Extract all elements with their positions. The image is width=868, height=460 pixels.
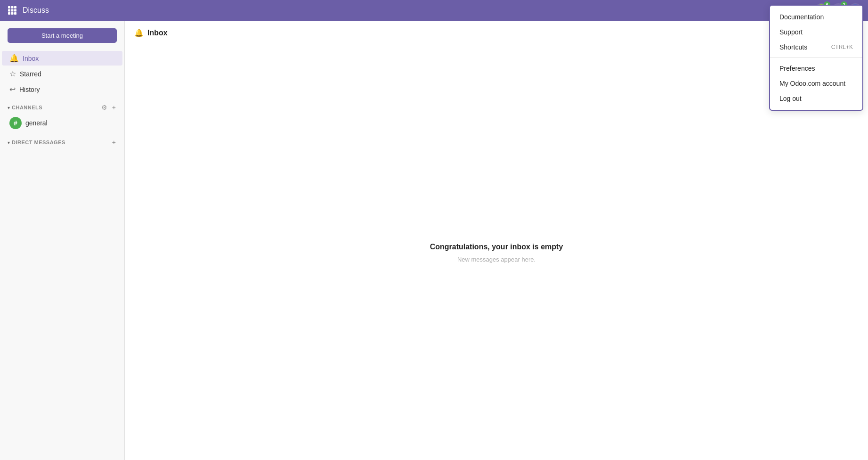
direct-messages-chevron-icon: ▾ [8, 140, 10, 145]
history-icon: ↩ [9, 85, 16, 94]
starred-icon: ☆ [9, 69, 16, 78]
sidebar-item-history[interactable]: ↩ History [2, 82, 122, 97]
dropdown-item-logout[interactable]: Log out [770, 91, 862, 106]
channels-settings-button[interactable]: ⚙ [100, 103, 108, 112]
channel-item-general[interactable]: # general [2, 115, 122, 131]
channel-general-name: general [25, 119, 48, 127]
apps-icon[interactable] [6, 4, 19, 17]
main-content: 🔔 Inbox Congratulations, your inbox is e… [125, 21, 868, 460]
svg-rect-4 [11, 9, 14, 12]
layout: Start a meeting 🔔 Inbox ☆ Starred ↩ Hist… [0, 21, 868, 460]
main-header-icon: 🔔 [134, 28, 144, 37]
dropdown-divider [770, 58, 862, 58]
channels-actions: ⚙ + [100, 103, 117, 112]
app-title: Discuss [23, 6, 49, 15]
dropdown-shortcuts-label: Shortcuts [779, 43, 807, 51]
svg-rect-2 [14, 6, 16, 8]
main-body: Congratulations, your inbox is empty New… [125, 45, 868, 460]
sidebar-item-starred[interactable]: ☆ Starred [2, 66, 122, 81]
channels-chevron-icon: ▾ [8, 105, 10, 110]
inbox-label: Inbox [23, 55, 39, 62]
sidebar-item-inbox[interactable]: 🔔 Inbox [2, 51, 122, 66]
dropdown-shortcuts-shortcut: CTRL+K [831, 44, 853, 50]
svg-rect-8 [14, 12, 16, 15]
svg-rect-1 [11, 6, 14, 8]
channels-title: CHANNELS [12, 105, 42, 110]
dropdown-support-label: Support [779, 28, 803, 36]
direct-messages-actions: + [111, 138, 117, 147]
dropdown-item-documentation[interactable]: Documentation [770, 9, 862, 25]
svg-rect-6 [8, 12, 10, 15]
direct-messages-section: ▾ DIRECT MESSAGES + [0, 132, 124, 149]
channels-section: ▾ CHANNELS ⚙ + [0, 97, 124, 114]
channel-general-icon: # [9, 117, 22, 129]
direct-messages-title: DIRECT MESSAGES [12, 140, 65, 145]
svg-rect-5 [14, 9, 16, 12]
main-header-title: Inbox [147, 29, 168, 37]
main-header: 🔔 Inbox [125, 21, 868, 45]
svg-rect-3 [8, 9, 10, 12]
dropdown-documentation-label: Documentation [779, 13, 824, 21]
inbox-icon: 🔔 [9, 54, 19, 63]
dropdown-menu: Documentation Support Shortcuts CTRL+K P… [769, 5, 863, 111]
dropdown-item-odoo-account[interactable]: My Odoo.com account [770, 76, 862, 91]
history-label: History [19, 86, 40, 93]
empty-title: Congratulations, your inbox is empty [430, 243, 563, 251]
dropdown-logout-label: Log out [779, 95, 802, 102]
dropdown-preferences-label: Preferences [779, 65, 815, 72]
starred-label: Starred [20, 70, 41, 78]
channels-add-button[interactable]: + [111, 103, 117, 112]
start-meeting-button[interactable]: Start a meeting [8, 28, 117, 43]
direct-messages-header[interactable]: ▾ DIRECT MESSAGES + [8, 138, 117, 147]
topbar: Discuss U 6 U 2 U [0, 0, 868, 21]
direct-messages-add-button[interactable]: + [111, 138, 117, 147]
channels-header[interactable]: ▾ CHANNELS ⚙ + [8, 103, 117, 112]
svg-rect-7 [11, 12, 14, 15]
dropdown-item-support[interactable]: Support [770, 25, 862, 40]
dropdown-odoo-account-label: My Odoo.com account [779, 80, 845, 87]
dropdown-item-shortcuts[interactable]: Shortcuts CTRL+K [770, 40, 862, 55]
sidebar: Start a meeting 🔔 Inbox ☆ Starred ↩ Hist… [0, 21, 125, 460]
empty-subtitle: New messages appear here. [457, 256, 535, 263]
dropdown-item-preferences[interactable]: Preferences [770, 61, 862, 76]
svg-rect-0 [8, 6, 10, 8]
